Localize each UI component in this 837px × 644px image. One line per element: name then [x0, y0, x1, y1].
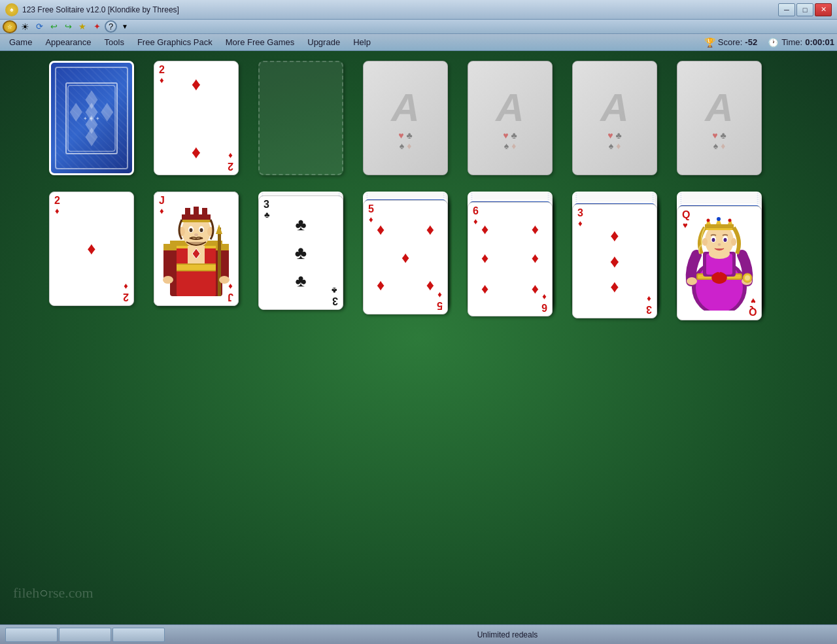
close-button[interactable]: ✕	[815, 3, 832, 16]
status-seg-2	[59, 628, 111, 642]
svg-point-57	[712, 238, 715, 242]
tableau-col3-card1[interactable]: 3 ♣ ♣ ♣ ♣ ♣ 3 ♣	[258, 195, 343, 310]
toolbar-icon-star[interactable]: ★	[76, 21, 89, 33]
foundation-4-letter: A	[705, 85, 733, 130]
foundation-4[interactable]: A ♥ ♣ ♠ ♦	[677, 61, 762, 175]
t6-suit-bot: ♦	[647, 295, 651, 303]
svg-point-54	[728, 219, 732, 222]
score-label: Score:	[718, 37, 743, 47]
menu-bar: Game Appearance Tools Free Graphics Pack…	[0, 34, 837, 51]
foundation-1-letter: A	[391, 85, 419, 130]
jack-art	[160, 197, 233, 300]
t5-suit-bot: ♦	[542, 293, 547, 301]
score-value: -52	[745, 37, 757, 47]
toolbar-icon-refresh[interactable]: ⟳	[33, 21, 46, 33]
svg-marker-5	[70, 103, 82, 122]
minimize-button[interactable]: ─	[778, 3, 795, 16]
tableau-col1-card1[interactable]: 2 ♦ ♦ ♦ ♦ 2 ♦	[49, 192, 134, 306]
t2-rank-bot: J	[228, 292, 233, 302]
menu-more-games[interactable]: More Free Games	[219, 35, 301, 49]
window-controls[interactable]: ─ □ ✕	[778, 3, 832, 16]
foundation-3-suits: ♥ ♣	[607, 130, 622, 141]
score-display: 🏆 Score: -52	[704, 37, 757, 48]
status-text-center: Unlimited redeals	[340, 630, 675, 639]
menu-appearance[interactable]: Appearance	[39, 35, 97, 49]
status-segments	[5, 628, 340, 642]
title-bar: ♠ 123 Free Solitaire v12.0 [Klondike by …	[0, 0, 837, 20]
timer-icon: 🕐	[768, 37, 779, 48]
foundation-3-content: A ♥ ♣ ♠ ♦	[573, 61, 657, 175]
tableau-col7-card1[interactable]: Q ♥	[677, 206, 762, 320]
game-area: ✦ ✦ ✦ 2 ♦ ♦ ♦ ♦ 2 ♦ A ♥ ♣ ♠	[0, 51, 837, 624]
svg-marker-20	[216, 224, 222, 234]
foundation-4-suits2: ♠ ♦	[713, 141, 726, 151]
foundation-1-suits: ♥ ♣	[398, 130, 413, 141]
t1-center: ♦ ♦ ♦	[50, 192, 133, 305]
svg-point-29	[190, 228, 193, 232]
menu-game[interactable]: Game	[3, 35, 39, 49]
svg-point-30	[200, 228, 203, 232]
toolbar-icon-diamond[interactable]: ✦	[90, 21, 103, 33]
svg-point-61	[731, 238, 736, 246]
foundation-1-content: A ♥ ♣ ♠ ♦	[364, 61, 447, 175]
svg-point-59	[718, 243, 721, 246]
waste-suit-bot: ♦	[228, 152, 233, 160]
foundation-3-letter: A	[600, 85, 628, 130]
menu-upgrade[interactable]: Upgrade	[301, 35, 347, 49]
menu-tools[interactable]: Tools	[98, 35, 131, 49]
tableau-col4-card1[interactable]: 5 ♦ ♦ ♦ ♦ ♦ ♦ 5 ♦	[363, 200, 448, 314]
t3-rank-bot: 3	[332, 296, 338, 306]
watermark: fileh○rse.com	[13, 585, 94, 602]
toolbar-icons-bar: ☆ ☀ ⟳ ↩ ↪ ★ ✦ ? ▼	[0, 20, 837, 34]
svg-point-53	[717, 217, 721, 221]
timer-label: Time:	[781, 37, 802, 47]
foundation-3[interactable]: A ♥ ♣ ♠ ♦	[572, 61, 657, 175]
t2-suit-bot: ♦	[228, 282, 233, 291]
svg-point-34	[163, 276, 173, 284]
svg-point-60	[702, 238, 708, 246]
svg-marker-4	[86, 127, 98, 146]
menu-help[interactable]: Help	[347, 35, 377, 49]
waste-rank-bot: 2	[228, 161, 233, 171]
svg-point-63	[745, 275, 750, 280]
status-seg-3	[112, 628, 165, 642]
t4-center: ♦ ♦ ♦ ♦ ♦	[364, 201, 447, 314]
app-icon: ♠	[5, 3, 18, 16]
stock-back-pattern: ✦ ✦ ✦	[65, 82, 118, 154]
maximize-button[interactable]: □	[796, 3, 813, 16]
svg-point-52	[707, 219, 710, 222]
t1-rank-bot: 2	[123, 292, 129, 302]
toolbar-icon-sun[interactable]: ☀	[18, 21, 31, 33]
t1-suit-bot: ♦	[124, 282, 128, 291]
toolbar-icon-circle[interactable]: ☆	[3, 20, 17, 33]
waste-pile[interactable]: 2 ♦ ♦ ♦ ♦ 2 ♦	[154, 61, 239, 175]
toolbar-icon-forward[interactable]: ↪	[61, 21, 75, 33]
toolbar-icon-back[interactable]: ↩	[47, 21, 60, 33]
t4-suit-bot: ♦	[437, 291, 442, 299]
empty-slot[interactable]	[258, 61, 343, 175]
svg-rect-13	[173, 265, 219, 270]
svg-marker-6	[101, 103, 113, 122]
t4-rank-bot: 5	[437, 300, 443, 311]
foundation-2-content: A ♥ ♣ ♠ ♦	[468, 61, 552, 175]
toolbar-icon-dropdown[interactable]: ▼	[118, 21, 131, 33]
foundation-2-suits2: ♠ ♦	[504, 141, 517, 151]
toolbar-icon-help[interactable]: ?	[105, 20, 117, 33]
foundation-4-suits: ♥ ♣	[712, 130, 726, 141]
svg-rect-51	[705, 228, 734, 230]
tableau-col2-card1[interactable]: J ♦	[154, 192, 239, 306]
stock-pile[interactable]: ✦ ✦ ✦	[49, 61, 134, 175]
svg-rect-23	[185, 208, 190, 217]
foundation-2[interactable]: A ♥ ♣ ♠ ♦	[468, 61, 553, 175]
queen-art	[683, 212, 756, 314]
window-title: 123 Free Solitaire v12.0 [Klondike by Th…	[22, 5, 179, 14]
t5-rank-bot: 6	[541, 302, 547, 313]
tableau-col6-card1[interactable]: 3 ♦ ♦ ♦ ♦ ♦ 3 ♦	[572, 204, 657, 318]
tableau-col5-card1[interactable]: 6 ♦ ♦ ♦ ♦ ♦ ♦ ♦ 6 ♦	[468, 202, 553, 316]
svg-rect-19	[218, 228, 221, 296]
unlimited-redeals-text: Unlimited redeals	[477, 630, 538, 639]
timer-display: 🕐 Time: 0:00:01	[768, 37, 834, 48]
foundation-1[interactable]: A ♥ ♣ ♠ ♦	[363, 61, 448, 175]
menu-free-graphics[interactable]: Free Graphics Pack	[131, 35, 219, 49]
foundation-2-suits: ♥ ♣	[503, 130, 517, 141]
